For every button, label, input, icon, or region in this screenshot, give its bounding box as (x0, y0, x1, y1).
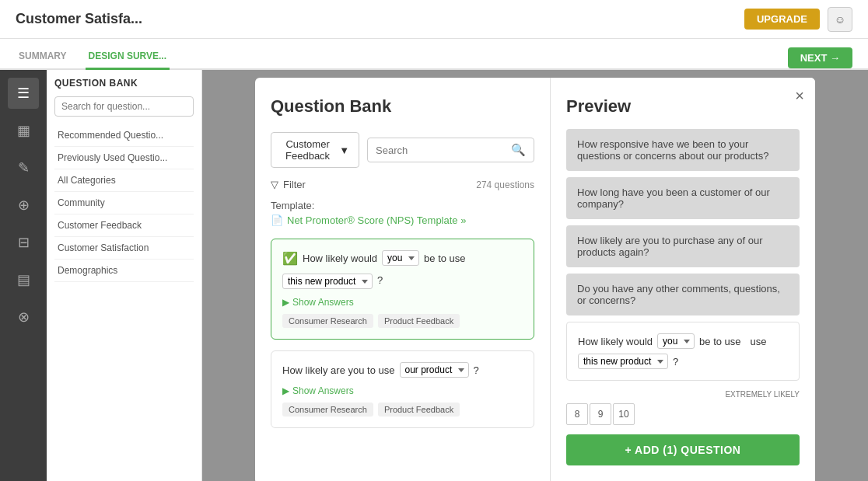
main-content: × Question Bank Customer Feedback ▼ (202, 70, 868, 481)
tag-product-feedback-1: Product Feedback (378, 314, 460, 328)
nav-all-categories[interactable]: All Categories (54, 169, 194, 192)
sidebar-icon-5[interactable]: ▤ (8, 264, 39, 295)
numbers-section: EXTREMELY LIKELY 8 9 10 (566, 390, 800, 425)
filter-icon: ▽ (271, 179, 278, 190)
preview-title: Preview (566, 96, 800, 117)
modal-title: Question Bank (271, 96, 534, 117)
q2-text-prefix: How likely are you to use (282, 364, 395, 376)
modal-left-pane: Question Bank Customer Feedback ▼ 🔍 (255, 78, 551, 481)
sidebar: ☰ ▦ ✎ ⊕ ⊟ ▤ ⊗ (0, 70, 47, 481)
preview-question-0[interactable]: How responsive have we been to your ques… (566, 129, 800, 171)
show-answers-arrow-1: ▶ (282, 297, 289, 308)
sidebar-icon-6[interactable]: ⊗ (8, 301, 39, 333)
filter-label[interactable]: ▽ Filter (271, 179, 306, 190)
preview-interactive-question: How likely would you be to use use this … (566, 322, 800, 381)
preview-numbers: 8 9 10 (566, 403, 800, 425)
q1-dropdown2[interactable]: this new product (282, 274, 373, 289)
nav-recommended[interactable]: Recommended Questio... (54, 124, 194, 147)
question-text-1: ✅ How likely would you be to use this ne… (282, 250, 523, 289)
nav-customer-feedback[interactable]: Customer Feedback (54, 214, 194, 237)
question-card-2[interactable]: How likely are you to use our product ? … (271, 350, 534, 428)
filter-count-row: ▽ Filter 274 questions (271, 179, 534, 190)
template-doc-icon: 📄 (271, 214, 283, 226)
nav-previously-used[interactable]: Previously Used Questio... (54, 147, 194, 169)
question-search-input[interactable] (54, 96, 194, 117)
tab-summary[interactable]: SUMMARY (16, 44, 70, 70)
q1-dropdown1[interactable]: you (382, 250, 419, 266)
extremely-likely-label: EXTREMELY LIKELY (566, 390, 800, 399)
q2-text-suffix: ? (474, 364, 479, 376)
template-link[interactable]: 📄 Net Promoter® Score (NPS) Template » (271, 214, 534, 226)
preview-question-2[interactable]: How likely are you to purchase any of ou… (566, 225, 800, 267)
show-answers-2[interactable]: ▶ Show Answers (282, 385, 523, 396)
num-box-9[interactable]: 9 (590, 403, 611, 425)
nav-customer-satisfaction[interactable]: Customer Satisfaction (54, 237, 194, 260)
app-header: Customer Satisfa... UPGRADE ☺ (0, 0, 868, 39)
preview-q-use: use (751, 336, 767, 347)
preview-question-1[interactable]: How long have you been a customer of our… (566, 177, 800, 219)
preview-q-suffix: ? (673, 356, 678, 368)
show-answers-arrow-2: ▶ (282, 385, 289, 396)
questions-count: 274 questions (476, 180, 534, 190)
tag-row-1: Consumer Research Product Feedback (282, 314, 523, 328)
app-body: ☰ ▦ ✎ ⊕ ⊟ ▤ ⊗ QUESTION BANK Recommended … (0, 70, 868, 481)
category-dropdown-arrow: ▼ (339, 145, 349, 156)
nav-community[interactable]: Community (54, 192, 194, 214)
sidebar-icon-0[interactable]: ☰ (8, 78, 39, 109)
app-title: Customer Satisfa... (16, 11, 142, 27)
question-text-2: How likely are you to use our product ? (282, 362, 523, 378)
q2-dropdown1[interactable]: our product (400, 362, 469, 378)
q1-text-mid: be to use (424, 253, 466, 264)
question-bank-modal: × Question Bank Customer Feedback ▼ (255, 78, 815, 481)
num-box-10[interactable]: 10 (613, 403, 635, 425)
tag-consumer-research-1: Consumer Research (282, 314, 373, 328)
q1-text-suffix: ? (377, 274, 383, 286)
upgrade-button[interactable]: UPGRADE (744, 9, 820, 30)
check-icon-1: ✅ (282, 251, 298, 266)
tab-design[interactable]: DESIGN SURVE... (86, 44, 170, 70)
header-icon-button[interactable]: ☺ (828, 7, 852, 32)
sidebar-icon-1[interactable]: ▦ (8, 115, 39, 146)
preview-dropdown1[interactable]: you (657, 333, 695, 349)
show-answers-label-1: Show Answers (292, 297, 354, 308)
preview-q-prefix: How likely would (578, 336, 653, 347)
question-card-1[interactable]: ✅ How likely would you be to use this ne… (271, 239, 534, 340)
category-dropdown-label: Customer Feedback (281, 138, 334, 162)
show-answers-1[interactable]: ▶ Show Answers (282, 297, 523, 308)
left-panel-title: QUESTION BANK (54, 78, 194, 89)
num-box-8[interactable]: 8 (566, 403, 588, 425)
filter-text: Filter (283, 179, 306, 190)
modal-right-pane: Preview How responsive have we been to y… (551, 78, 815, 481)
template-label: Template: (271, 200, 314, 211)
filter-row: Customer Feedback ▼ 🔍 (271, 132, 534, 168)
nav-demographics[interactable]: Demographics (54, 260, 194, 282)
sidebar-icon-3[interactable]: ⊕ (8, 190, 39, 221)
preview-question-3[interactable]: Do you have any other comments, question… (566, 274, 800, 315)
header-right: UPGRADE ☺ (744, 7, 852, 32)
next-button[interactable]: NEXT → (788, 47, 852, 68)
tag-consumer-research-2: Consumer Research (282, 403, 373, 417)
tag-row-2: Consumer Research Product Feedback (282, 403, 523, 417)
q1-text-prefix: How likely would (303, 253, 377, 264)
preview-dropdown2[interactable]: this new product (578, 354, 668, 369)
template-row: Template: 📄 Net Promoter® Score (NPS) Te… (271, 200, 534, 226)
sidebar-icon-2[interactable]: ✎ (8, 152, 39, 183)
modal-overlay: × Question Bank Customer Feedback ▼ (202, 70, 868, 481)
sidebar-icon-4[interactable]: ⊟ (8, 227, 39, 258)
tag-product-feedback-2: Product Feedback (378, 403, 460, 417)
app-background: Customer Satisfa... UPGRADE ☺ SUMMARY DE… (0, 0, 868, 481)
add-question-button[interactable]: + ADD (1) QUESTION (566, 434, 800, 465)
show-answers-label-2: Show Answers (292, 385, 354, 396)
modal-search-input[interactable] (376, 145, 506, 156)
search-input-wrap: 🔍 (367, 138, 534, 162)
search-icon: 🔍 (511, 143, 526, 157)
left-panel: QUESTION BANK Recommended Questio... Pre… (47, 70, 202, 481)
app-nav: SUMMARY DESIGN SURVE... NEXT → (0, 39, 868, 70)
modal-close-button[interactable]: × (795, 87, 804, 105)
category-dropdown[interactable]: Customer Feedback ▼ (271, 132, 359, 168)
preview-q-mid: be to use (699, 336, 741, 347)
template-link-text: Net Promoter® Score (NPS) Template » (287, 214, 466, 226)
